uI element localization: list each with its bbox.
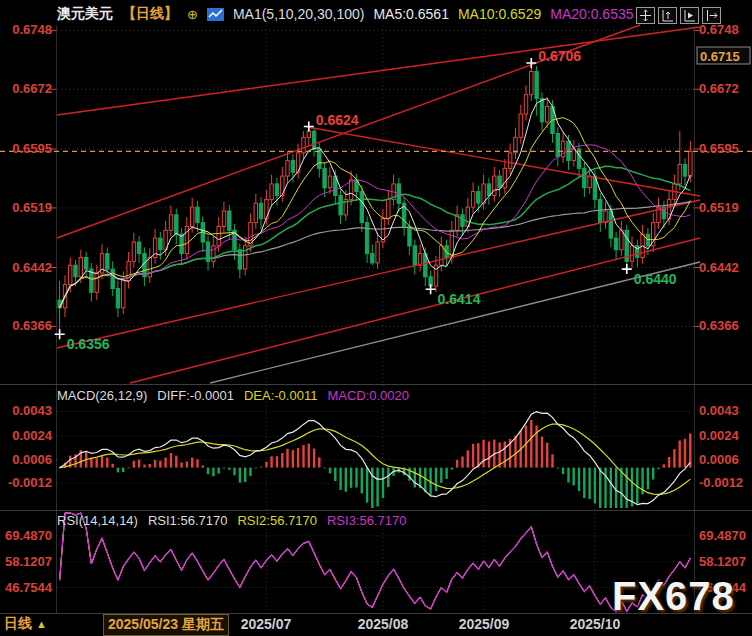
main-y-axis-label-left: 0.6442 xyxy=(0,260,52,276)
period-selector[interactable]: 日线 ▲ xyxy=(4,615,47,633)
rsi-header: RSI(14,14,14) RSI1:56.7170 RSI2:56.7170 … xyxy=(57,513,406,528)
main-y-axis-label-left: 0.6672 xyxy=(0,81,52,97)
macd-y-axis-label-right: 0.0024 xyxy=(699,428,752,444)
macd-params-label: MACD(26,12,9) xyxy=(57,388,147,403)
swing-annotation: 0.6624 xyxy=(316,112,359,128)
macd-y-axis-label-right: 0.0043 xyxy=(699,403,752,419)
move-tool-icon[interactable] xyxy=(636,7,655,24)
rsi3-value: RSI3:56.7170 xyxy=(327,513,407,528)
macd-y-axis-label-right: 0.0006 xyxy=(699,452,752,468)
main-y-axis-label-right: 0.6519 xyxy=(699,200,752,216)
selected-date-label: 2025/05/23 星期五 xyxy=(103,614,229,636)
macd-y-axis-label-left: 0.0024 xyxy=(0,428,52,444)
macd-dea-value: DEA:-0.0011 xyxy=(244,388,317,403)
chart-canvas[interactable]: 0.67150.63560.66240.64140.67060.6440 xyxy=(0,0,752,636)
main-y-axis-label-left: 0.6595 xyxy=(0,141,52,157)
macd-macd-value: MACD:0.0020 xyxy=(327,388,409,403)
macd-y-axis-label-left: 0.0043 xyxy=(0,403,52,419)
svg-text:0.6715: 0.6715 xyxy=(700,49,740,64)
chart-window: 0.67150.63560.66240.64140.67060.6440 澳元美… xyxy=(0,0,752,636)
period-tag: 【日线】 xyxy=(122,5,178,23)
add-indicator-icon[interactable]: ⊕ xyxy=(187,7,198,22)
rsi-y-axis-label-right: 69.4870 xyxy=(699,528,752,544)
rsi-params-label: RSI(14,14,14) xyxy=(57,513,138,528)
main-y-axis-label-right: 0.6748 xyxy=(699,22,752,38)
rsi-y-axis-label-left: 46.7544 xyxy=(0,580,52,596)
x-axis-month-label: 2025/08 xyxy=(338,616,428,632)
chart-toolbar xyxy=(636,7,721,24)
rsi-y-axis-label-left: 58.1207 xyxy=(0,554,52,570)
ma5-value: MA5:0.6561 xyxy=(373,6,449,22)
swing-annotation: 0.6356 xyxy=(67,336,110,352)
main-y-axis-label-right: 0.6366 xyxy=(699,318,752,334)
swing-annotation: 0.6414 xyxy=(438,291,481,307)
swing-annotation: 0.6706 xyxy=(538,48,581,64)
main-y-axis-label-right: 0.6442 xyxy=(699,260,752,276)
swing-annotation: 0.6440 xyxy=(634,271,677,287)
play-forward-icon[interactable] xyxy=(680,7,699,24)
macd-diff-value: DIFF:-0.0001 xyxy=(157,388,234,403)
right-axis-badge: 0.6715 xyxy=(697,47,750,64)
export-right-icon[interactable] xyxy=(702,7,721,24)
chart-header: 澳元美元 【日线】 ⊕ MA1(5,10,20,30,100) MA5:0.65… xyxy=(57,5,654,23)
ma-group-label: MA1(5,10,20,30,100) xyxy=(233,6,365,22)
chevron-up-icon: ▲ xyxy=(36,618,47,630)
trendlines-layer xyxy=(57,25,700,383)
chart-style-icon[interactable] xyxy=(207,8,224,21)
instrument-title: 澳元美元 xyxy=(57,5,113,23)
macd-y-axis-label-left: 0.0006 xyxy=(0,452,52,468)
fit-vertical-axis-icon[interactable] xyxy=(658,7,677,24)
x-axis-month-label: 2025/09 xyxy=(439,616,529,632)
candles-layer xyxy=(58,63,692,334)
rsi1-value: RSI1:56.7170 xyxy=(148,513,228,528)
main-y-axis-label-left: 0.6366 xyxy=(0,318,52,334)
rsi2-value: RSI2:56.7170 xyxy=(237,513,317,528)
main-y-axis-label-left: 0.6519 xyxy=(0,200,52,216)
macd-header: MACD(26,12,9) DIFF:-0.0001 DEA:-0.0011 M… xyxy=(57,388,409,403)
rsi-y-axis-label-right: 58.1207 xyxy=(699,554,752,570)
rsi-y-axis-label-left: 69.4870 xyxy=(0,528,52,544)
main-y-axis-label-left: 0.6748 xyxy=(0,22,52,38)
x-axis-month-label: 2025/07 xyxy=(221,616,311,632)
swing-annotations-layer: 0.63560.66240.64140.67060.6440 xyxy=(55,48,677,352)
macd-y-axis-label-left: -0.0012 xyxy=(0,475,52,491)
period-selector-label: 日线 xyxy=(4,615,32,631)
main-y-axis-label-right: 0.6672 xyxy=(699,81,752,97)
macd-y-axis-label-right: -0.0012 xyxy=(699,475,752,491)
watermark: FX678 xyxy=(612,574,735,619)
ma20-value: MA20:0.6535 xyxy=(550,6,633,22)
main-y-axis-label-right: 0.6595 xyxy=(699,141,752,157)
ma10-value: MA10:0.6529 xyxy=(458,6,541,22)
